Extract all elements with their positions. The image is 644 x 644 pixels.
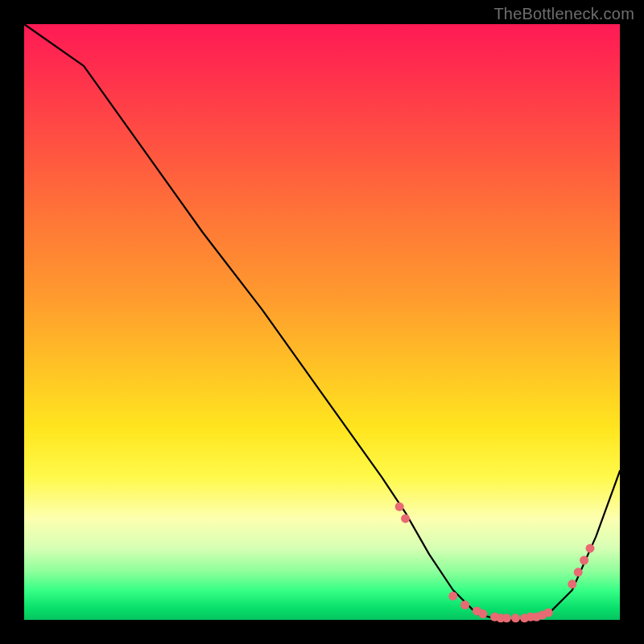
curve-marker-dot [580,556,588,565]
bottleneck-curve [24,24,620,620]
curve-marker-dot [511,613,520,622]
chart-frame: TheBottleneck.com [0,0,644,644]
curve-marker-dot [586,544,595,553]
curve-marker-dot [502,613,511,622]
curve-marker-dot [448,592,457,601]
curve-marker-dot [478,609,487,618]
curve-markers [395,502,595,622]
curve-svg [24,24,620,620]
curve-marker-dot [544,609,553,617]
curve-marker-dot [574,568,583,576]
plot-area [24,24,620,620]
watermark-text: TheBottleneck.com [493,5,634,23]
curve-marker-dot [401,514,410,523]
curve-marker-dot [460,601,469,609]
curve-marker-dot [395,502,404,511]
curve-marker-dot [568,580,576,588]
